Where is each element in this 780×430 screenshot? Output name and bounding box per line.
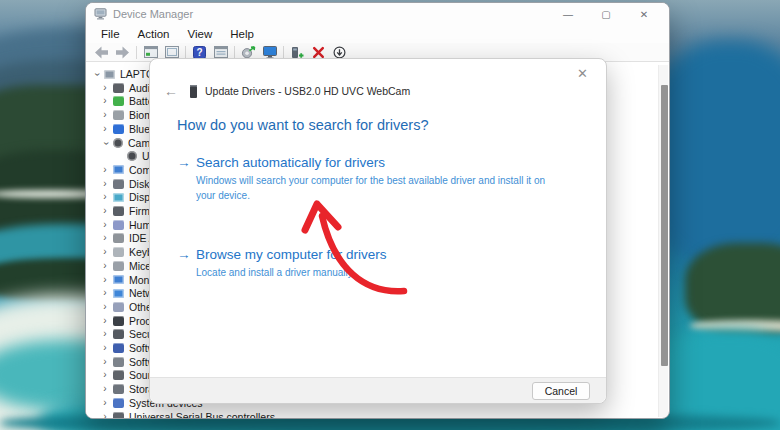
chevron-collapsed-icon[interactable]: › bbox=[100, 247, 110, 257]
chip-icon bbox=[113, 206, 124, 216]
monitor-icon bbox=[113, 165, 124, 174]
option-arrow-icon: → bbox=[177, 155, 196, 170]
dialog-heading: How do you want to search for drivers? bbox=[177, 117, 428, 133]
chevron-collapsed-icon[interactable]: › bbox=[100, 370, 110, 380]
cancel-button[interactable]: Cancel bbox=[532, 382, 590, 400]
window-controls: — ▢ ✕ bbox=[549, 3, 663, 25]
network-adapter-icon bbox=[113, 289, 124, 298]
dialog-close-icon[interactable]: ✕ bbox=[573, 64, 592, 83]
display-adapter-icon bbox=[113, 193, 124, 202]
toolbar-separator bbox=[185, 46, 186, 59]
back-arrow-icon[interactable] bbox=[91, 44, 112, 61]
security-device-icon bbox=[113, 329, 124, 339]
chevron-collapsed-icon[interactable]: › bbox=[100, 261, 110, 271]
chevron-collapsed-icon[interactable]: › bbox=[100, 384, 110, 394]
chevron-collapsed-icon[interactable]: › bbox=[100, 110, 110, 120]
chevron-collapsed-icon[interactable]: › bbox=[100, 165, 110, 175]
svg-text:?: ? bbox=[196, 47, 202, 58]
software-component-icon bbox=[113, 343, 124, 353]
chevron-collapsed-icon[interactable]: › bbox=[100, 288, 110, 298]
chevron-collapsed-icon[interactable]: › bbox=[100, 275, 110, 285]
chevron-collapsed-icon[interactable]: › bbox=[100, 220, 110, 230]
dialog-footer: Cancel bbox=[150, 377, 606, 403]
software-device-icon bbox=[113, 357, 124, 367]
toolbar-separator bbox=[283, 46, 284, 59]
computer-icon bbox=[104, 70, 115, 79]
close-button[interactable]: ✕ bbox=[625, 3, 663, 25]
chevron-collapsed-icon[interactable]: › bbox=[100, 83, 110, 93]
maximize-button[interactable]: ▢ bbox=[587, 3, 625, 25]
mouse-icon bbox=[113, 261, 124, 271]
webcam-icon bbox=[113, 138, 123, 148]
option-search-automatically[interactable]: → Search automatically for drivers Windo… bbox=[177, 155, 564, 203]
menu-file[interactable]: File bbox=[92, 28, 129, 40]
hid-icon bbox=[113, 220, 124, 230]
option-label[interactable]: Browse my computer for drivers bbox=[196, 247, 387, 262]
chevron-collapsed-icon[interactable]: › bbox=[100, 233, 110, 243]
chevron-collapsed-icon[interactable]: › bbox=[100, 357, 110, 367]
screenshot: Device Manager — ▢ ✕ FileActionViewHelp … bbox=[0, 0, 780, 430]
fingerprint-icon bbox=[113, 110, 124, 120]
dialog-header: ← Update Drivers - USB2.0 HD UVC WebCam bbox=[164, 83, 410, 99]
dialog-back-icon[interactable]: ← bbox=[164, 83, 178, 99]
chevron-collapsed-icon[interactable]: › bbox=[100, 412, 110, 419]
update-drivers-dialog: ✕ ← Update Drivers - USB2.0 HD UVC WebCa… bbox=[149, 58, 607, 404]
usb-controller-icon bbox=[113, 412, 124, 419]
menu-help[interactable]: Help bbox=[221, 28, 263, 40]
chevron-collapsed-icon[interactable]: › bbox=[100, 96, 110, 106]
scrollbar-thumb[interactable] bbox=[661, 85, 668, 366]
option-description: Windows will search your computer for th… bbox=[196, 174, 564, 203]
window-title: Device Manager bbox=[113, 8, 193, 20]
device-manager-icon bbox=[94, 8, 107, 20]
toolbar-separator bbox=[234, 46, 235, 59]
cpu-icon bbox=[113, 316, 124, 326]
tree-item-label: Universal Serial Bus controllers bbox=[129, 411, 275, 419]
chevron-collapsed-icon[interactable]: › bbox=[100, 206, 110, 216]
menu-bar: FileActionViewHelp bbox=[86, 25, 669, 43]
speaker-icon bbox=[113, 83, 124, 93]
unknown-device-icon bbox=[113, 302, 124, 312]
option-description: Locate and install a driver manually. bbox=[196, 266, 387, 281]
chevron-collapsed-icon[interactable]: › bbox=[100, 343, 110, 353]
menu-view[interactable]: View bbox=[179, 28, 222, 40]
tree-scrollbar[interactable] bbox=[658, 65, 668, 417]
battery-icon bbox=[113, 96, 124, 106]
keyboard-icon bbox=[113, 247, 124, 257]
monitor-icon bbox=[113, 275, 124, 284]
option-browse-computer[interactable]: → Browse my computer for drivers Locate … bbox=[177, 247, 387, 281]
bluetooth-icon bbox=[113, 124, 124, 134]
chevron-collapsed-icon[interactable]: › bbox=[100, 302, 110, 312]
chevron-collapsed-icon[interactable]: › bbox=[100, 398, 110, 408]
menu-action[interactable]: Action bbox=[129, 28, 179, 40]
ide-controller-icon bbox=[113, 233, 124, 243]
system-device-icon bbox=[113, 398, 124, 408]
chevron-collapsed-icon[interactable]: › bbox=[100, 316, 110, 326]
chevron-collapsed-icon[interactable]: › bbox=[100, 179, 110, 189]
dialog-title: Update Drivers - USB2.0 HD UVC WebCam bbox=[205, 85, 410, 97]
tree-item-usb-controller[interactable]: ›Universal Serial Bus controllers bbox=[86, 410, 657, 419]
disk-drive-icon bbox=[113, 179, 124, 189]
chevron-expanded-icon[interactable]: › bbox=[101, 138, 111, 148]
minimize-button[interactable]: — bbox=[549, 3, 587, 25]
option-label[interactable]: Search automatically for drivers bbox=[196, 155, 564, 170]
title-bar[interactable]: Device Manager — ▢ ✕ bbox=[86, 3, 669, 25]
chevron-collapsed-icon[interactable]: › bbox=[100, 192, 110, 202]
chevron-collapsed-icon[interactable]: › bbox=[100, 124, 110, 134]
option-arrow-icon: → bbox=[177, 247, 196, 262]
webcam-icon bbox=[127, 151, 137, 161]
toolbar-separator bbox=[136, 46, 137, 59]
chevron-collapsed-icon[interactable]: › bbox=[100, 329, 110, 339]
storage-controller-icon bbox=[113, 384, 124, 394]
chevron-expanded-icon[interactable]: › bbox=[92, 70, 102, 80]
forward-arrow-icon[interactable] bbox=[112, 44, 133, 61]
sound-controller-icon bbox=[113, 370, 124, 380]
device-icon bbox=[190, 85, 197, 98]
